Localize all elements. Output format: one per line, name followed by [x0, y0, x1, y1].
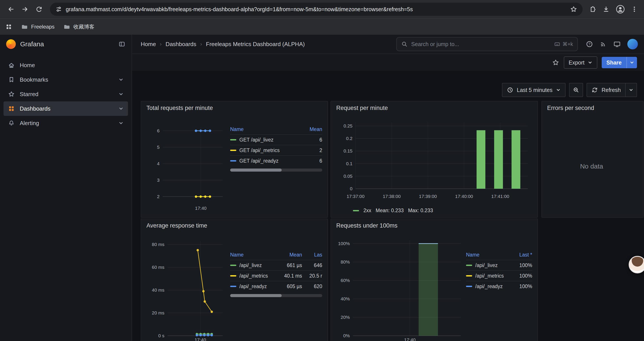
series-color-icon [466, 286, 472, 287]
extensions-icon[interactable] [589, 6, 596, 13]
star-icon [8, 91, 15, 98]
scrollbar-thumb[interactable] [230, 169, 282, 172]
legend-header[interactable]: Last * [507, 252, 532, 258]
apps-grid-icon[interactable] [5, 23, 12, 30]
search-placeholder: Search or jump to... [411, 41, 459, 47]
sidebar-item-dashboards[interactable]: Dashboards [4, 101, 128, 116]
legend-row[interactable]: /api/_metrics100% [466, 270, 532, 281]
legend-scrollbar[interactable] [230, 169, 322, 172]
bookmark-icon [8, 76, 15, 83]
series-value: 6 [298, 137, 322, 143]
dashboard-toolbar: Export Share [132, 54, 644, 72]
series-name: GET /api/_metrics [239, 147, 280, 153]
series-color-icon [230, 160, 236, 162]
panel-title[interactable]: Total requests per minute [141, 101, 328, 115]
svg-text:4: 4 [157, 161, 160, 166]
chevron-down-icon[interactable] [118, 106, 124, 111]
legend-header[interactable]: Las [302, 252, 322, 258]
series-mean: Mean: 0.233 [376, 208, 404, 213]
panel-title[interactable]: Errors per second [542, 101, 643, 115]
browser-menu-icon[interactable] [631, 6, 638, 13]
chevron-down-icon [630, 60, 634, 65]
series-name: /api/_livez [239, 262, 262, 268]
sidebar-toggle-button[interactable] [118, 41, 126, 48]
panel-title[interactable]: Average response time [141, 219, 328, 232]
favorite-star-icon[interactable] [552, 59, 560, 66]
export-button[interactable]: Export [564, 56, 597, 69]
series-color-icon [230, 139, 236, 140]
sidebar-item-bookmarks[interactable]: Bookmarks [4, 72, 128, 87]
series-value: 646 [302, 262, 322, 268]
site-settings-icon[interactable] [55, 6, 62, 13]
refresh-icon [592, 87, 598, 93]
legend-row[interactable]: /api/_metrics40.1 ms20.5 r [230, 270, 322, 281]
svg-text:40%: 40% [341, 296, 350, 301]
legend-row[interactable]: /api/_readyz100% [466, 281, 532, 291]
scrollbar-thumb[interactable] [230, 294, 282, 297]
address-bar[interactable]: grafana.mathmast.com/d/deytv4rwavabkb/fr… [50, 3, 582, 16]
grafana-logo[interactable] [6, 39, 16, 49]
refresh-interval-button[interactable] [625, 83, 636, 97]
chevron-down-icon[interactable] [118, 121, 124, 126]
svg-text:100%: 100% [338, 241, 350, 246]
legend-row[interactable]: /api/_livez661 µs646 [230, 260, 322, 270]
svg-text:17:39:00: 17:39:00 [419, 194, 437, 199]
svg-text:3: 3 [157, 178, 160, 183]
bookmark-star-icon[interactable] [570, 6, 577, 13]
user-avatar[interactable] [627, 39, 638, 49]
folder-icon [63, 23, 70, 30]
series-value: 100% [507, 273, 532, 279]
forward-button[interactable] [18, 3, 32, 16]
download-icon[interactable] [602, 6, 610, 13]
legend-row[interactable]: /api/_readyz605 µs620 [230, 281, 322, 291]
browser-profile-avatar[interactable] [616, 5, 625, 14]
svg-text:17:38:00: 17:38:00 [383, 194, 401, 199]
panel-title[interactable]: Requests under 100ms [331, 219, 538, 232]
svg-text:20 ms: 20 ms [152, 310, 164, 315]
legend-stats[interactable]: 2xx Mean: 0.233 Max: 0.233 [333, 206, 433, 213]
svg-text:0.1: 0.1 [346, 161, 352, 166]
breadcrumb-home[interactable]: Home [141, 41, 156, 48]
series-color-icon [466, 265, 472, 266]
sidebar-item-alerting[interactable]: Alerting [4, 116, 128, 130]
share-menu-button[interactable] [626, 57, 637, 68]
bookmark-item-freeleaps[interactable]: Freeleaps [21, 23, 54, 30]
chevron-down-icon [629, 88, 634, 92]
help-icon[interactable]: ? [586, 40, 593, 48]
legend-header[interactable]: Mean [298, 126, 322, 132]
panel-title[interactable]: Request per minute [331, 101, 538, 115]
sidebar-item-starred[interactable]: Starred [4, 87, 128, 101]
refresh-button[interactable]: Refresh [587, 83, 625, 97]
legend-row[interactable]: GET /api/_metrics2 [230, 145, 322, 155]
legend-header[interactable]: Name [230, 126, 298, 132]
legend-scrollbar[interactable] [230, 294, 322, 297]
reload-button[interactable] [32, 3, 46, 16]
zoom-out-button[interactable] [569, 83, 583, 97]
bookmark-item-blog[interactable]: 收藏博客 [63, 23, 94, 30]
breadcrumb-dashboards[interactable]: Dashboards [166, 41, 196, 48]
legend-row[interactable]: GET /api/_livez6 [230, 134, 322, 145]
legend-row[interactable]: /api/_livez100% [466, 260, 532, 270]
total-requests-chart: 6543217:40 [143, 115, 228, 216]
legend-header[interactable]: Mean [275, 252, 302, 258]
chevron-down-icon[interactable] [118, 92, 124, 97]
legend-header[interactable]: Name [466, 252, 507, 258]
series-value: 20.5 r [302, 273, 322, 279]
svg-text:40 ms: 40 ms [152, 287, 164, 292]
legend-row[interactable]: GET /api/_readyz6 [230, 155, 322, 166]
monitor-icon[interactable] [613, 40, 621, 48]
share-button[interactable]: Share [602, 57, 626, 68]
reload-icon [36, 6, 42, 13]
time-range-picker[interactable]: Last 5 minutes [502, 83, 566, 97]
assistant-avatar[interactable] [629, 256, 644, 273]
breadcrumb-current[interactable]: Freeleaps Metrics Dashboard (ALPHA) [206, 41, 305, 48]
legend-table: NameMeanLas/api/_livez661 µs646/api/_met… [230, 250, 324, 297]
svg-text:0.05: 0.05 [344, 174, 352, 179]
chevron-down-icon[interactable] [118, 77, 124, 82]
back-button[interactable] [4, 3, 18, 16]
search-input[interactable]: Search or jump to... ⌘+k [396, 37, 578, 51]
panel-request-per-minute: Request per minute 0.250.20.150.10.05017… [330, 101, 538, 218]
sidebar-item-home[interactable]: Home [4, 58, 128, 72]
rss-icon[interactable] [600, 41, 607, 48]
legend-header[interactable]: Name [230, 252, 275, 258]
